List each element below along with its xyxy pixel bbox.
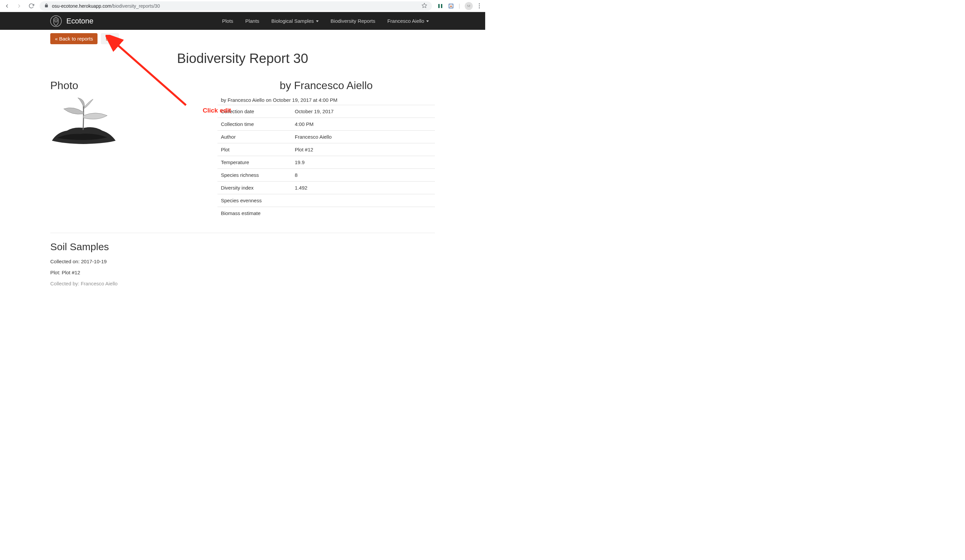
author-heading: by Francesco Aiello [218,79,435,92]
table-row: PlotPlot #12 [218,143,435,156]
chevron-down-icon [426,20,429,22]
svg-point-5 [469,5,470,6]
detail-label: Biomass estimate [218,207,291,220]
soil-collected-on: Collected on: 2017-10-19 [50,259,435,264]
brand-text: Ecotone [66,17,93,25]
detail-value: Plot #12 [291,143,435,156]
soil-samples-heading: Soil Samples [50,241,435,253]
detail-value: 1.492 [291,181,435,194]
app-navbar: O Ecotone Plots Plants Biological Sample… [0,12,485,30]
table-row: Temperature19.9 [218,156,435,169]
table-row: AuthorFrancesco Aiello [218,131,435,143]
detail-label: Temperature [218,156,291,169]
detail-value: 8 [291,169,435,181]
reload-button[interactable] [28,3,34,9]
annotation-label: Click edit [203,107,231,114]
table-row: Diversity index1.492 [218,181,435,194]
star-icon[interactable] [422,3,427,9]
svg-rect-2 [441,4,442,8]
svg-rect-1 [438,4,440,8]
detail-value: 4:00 PM [291,118,435,131]
lock-icon [44,3,49,9]
extension-icon-2[interactable] [448,3,454,9]
nav-link-plots[interactable]: Plots [216,13,239,29]
detail-label: Species richness [218,169,291,181]
detail-value [291,194,435,207]
extension-icon-1[interactable] [437,3,443,9]
browser-menu-button[interactable] [478,2,481,10]
detail-label: Plot [218,143,291,156]
divider [50,233,435,233]
page-title: Biodiversity Report 30 [50,51,435,66]
nav-link-biodiversity-reports[interactable]: Biodiversity Reports [325,13,381,29]
detail-label: Author [218,131,291,143]
back-to-reports-button[interactable]: « Back to reports [50,33,98,44]
profile-avatar[interactable] [465,2,473,10]
table-row: Species evenness [218,194,435,207]
svg-point-4 [468,5,468,6]
edit-button[interactable]: Edit [101,33,119,44]
chevron-down-icon [316,20,319,22]
report-details-table: Collection dateOctober 19, 2017 Collecti… [218,105,435,219]
table-row: Collection time4:00 PM [218,118,435,131]
table-row: Species richness8 [218,169,435,181]
back-button[interactable] [4,3,10,9]
nav-link-plants[interactable]: Plants [239,13,265,29]
photo-heading: Photo [50,79,204,92]
soil-plot: Plot: Plot #12 [50,269,435,275]
report-byline: by Francesco Aiello on October 19, 2017 … [218,97,435,103]
svg-marker-0 [422,3,427,7]
brand-link[interactable]: O Ecotone [50,15,93,27]
brand-logo-icon: O [50,15,62,27]
table-row: Collection dateOctober 19, 2017 [218,105,435,118]
detail-label: Collection time [218,118,291,131]
nav-link-user-menu[interactable]: Francesco Aiello [381,13,435,29]
detail-value: October 19, 2017 [291,105,435,118]
soil-collected-by: Collected by: Francesco Aiello [50,281,435,286]
url-bar[interactable]: osu-ecotone.herokuapp.com/biodiversity_r… [39,2,432,11]
detail-label: Diversity index [218,181,291,194]
browser-chrome: osu-ecotone.herokuapp.com/biodiversity_r… [0,0,485,12]
forward-button[interactable] [16,3,22,9]
detail-value [291,207,435,220]
detail-value: Francesco Aiello [291,131,435,143]
table-row: Biomass estimate [218,207,435,220]
detail-label: Species evenness [218,194,291,207]
url-text: osu-ecotone.herokuapp.com/biodiversity_r… [52,3,418,9]
svg-text:O: O [55,20,57,21]
nav-link-biological-samples[interactable]: Biological Samples [265,13,325,29]
report-photo [50,97,117,146]
detail-value: 19.9 [291,156,435,169]
